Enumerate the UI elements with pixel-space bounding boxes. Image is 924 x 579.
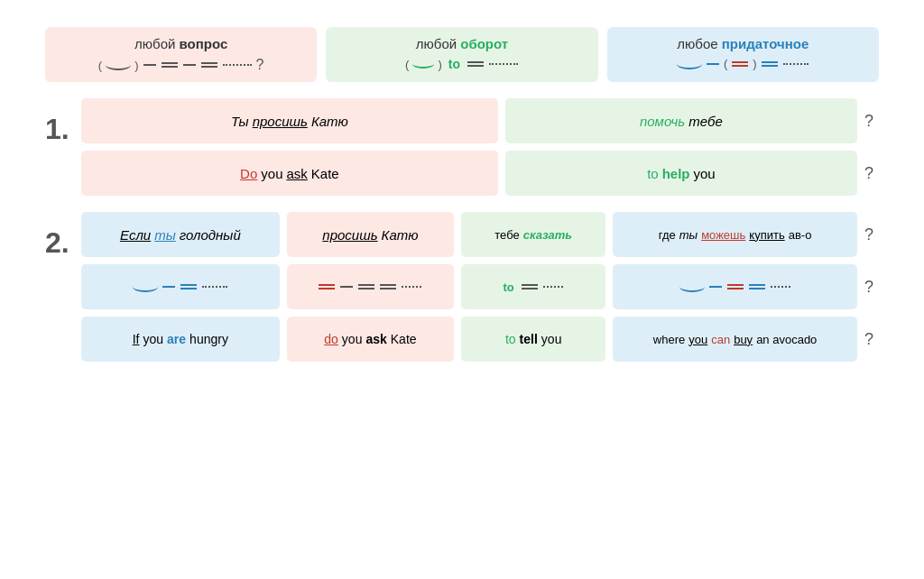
sec1-ru-tebe: тебе: [688, 114, 723, 129]
sec1-en-qm: ?: [864, 164, 879, 183]
section-2-en-row: If you are hungry do you: [81, 317, 879, 362]
sec2-ru-col3: тебе сказать: [461, 212, 605, 257]
diag-double-2: [319, 284, 335, 290]
sec1-en-you: you: [261, 166, 282, 181]
sec2-ru-tebe: тебе: [494, 228, 519, 242]
section-1: 1. Ты просишь Катю: [45, 98, 879, 196]
diag-double-2c: [380, 284, 396, 290]
header-title-2-normal: любой: [416, 36, 460, 51]
sec2-en-you2: you: [342, 332, 363, 346]
sec2-diag-col1: [81, 264, 280, 309]
diag-dot-1: [202, 286, 227, 288]
section-1-en-col2: to help you: [505, 151, 857, 196]
sec2-en-hungry: hungry: [189, 332, 228, 346]
arc-2: [412, 60, 434, 69]
diag-dot-4: [771, 286, 790, 288]
diag-dash-1: [162, 286, 175, 288]
sec2-ru-col1: Если ты голодный: [81, 212, 280, 257]
dotted-3: [783, 63, 808, 65]
arc-1: [106, 60, 131, 70]
arc-3: [677, 59, 702, 69]
sec2-en-you4: you: [688, 333, 707, 346]
to-text-2: to: [448, 57, 460, 71]
section-1-row: 1. Ты просишь Катю: [45, 98, 879, 196]
header-diagram-2: ( ) to: [405, 57, 519, 71]
sec2-en-you3: you: [541, 332, 562, 346]
section-1-ru-row: Ты просишь Катю помочь тебе: [81, 98, 879, 143]
sec2-en-buy: buy: [734, 333, 753, 346]
header-col-oborot: любой оборот ( ) to: [326, 27, 597, 82]
diag-double-3: [522, 284, 538, 290]
sec1-ru-katyu: Катю: [311, 114, 348, 129]
sec2-en-if: If: [133, 332, 140, 346]
section-2-en-cells: If you are hungry do you: [81, 317, 857, 362]
diag-double-4b: [749, 284, 765, 290]
section-2-number: 2.: [45, 219, 69, 260]
sec2-en-where: where: [653, 333, 685, 346]
diag-dot-3: [543, 286, 563, 288]
sec2-en-col2: do you ask Kate: [287, 317, 455, 362]
sec2-diag-col4: [613, 264, 857, 309]
double-dash-3: [732, 61, 748, 67]
sec2-en-kate: Kate: [391, 332, 417, 346]
header-diagram-3: ( ): [677, 57, 809, 70]
section-1-ru-col1: Ты просишь Катю: [81, 98, 498, 143]
header-title-2: любой оборот: [416, 36, 508, 51]
header-diagram-1: ( ) ?: [98, 57, 264, 73]
sec1-ru-ty: Ты: [231, 114, 249, 129]
section-2-content: Если ты голодный просишь Катю: [81, 212, 879, 362]
sec2-en-can: can: [711, 333, 730, 346]
sec2-en-col3: to tell you: [461, 317, 605, 362]
section-2-diag-cells: to: [81, 264, 857, 309]
section-2-diag-row: to ?: [81, 264, 879, 309]
diag-dot-2: [402, 286, 421, 288]
main-container: любой вопрос ( ) ? любой оборот (: [18, 18, 906, 371]
sec2-ru-col2: просишь Катю: [287, 212, 455, 257]
diag-arc-1: [133, 281, 158, 292]
dotted-2: [489, 63, 518, 65]
sec2-en-are: are: [167, 332, 186, 346]
diag-to: to: [504, 280, 514, 294]
diag-double-1: [180, 284, 197, 290]
sec2-ru-golodny: голодный: [180, 227, 241, 243]
sec2-ru-esli: Если: [120, 227, 151, 243]
paren-close-2: ): [438, 58, 441, 71]
sec1-en-help: help: [662, 166, 690, 181]
section-1-num-col: 1.: [45, 98, 81, 196]
diag-arc-4: [679, 281, 705, 292]
section-1-number: 1.: [45, 106, 69, 146]
section-2-ru-cells: Если ты голодный просишь Катю: [81, 212, 857, 257]
diag-dash-2: [340, 286, 353, 288]
sec2-en-an-avocado: an avocado: [756, 333, 817, 346]
sec2-en-col4: where you can buy an avocado: [613, 317, 857, 362]
sec2-ru-skazat: сказать: [523, 228, 572, 242]
paren-close-3: ): [753, 57, 756, 70]
section-1-ru-cells: Ты просишь Катю помочь тебе: [81, 98, 857, 143]
paren-arc-1: (: [98, 59, 102, 72]
dotted-1: [223, 64, 252, 66]
section-2-num-col: 2.: [45, 212, 81, 362]
sec2-en-to: to: [505, 332, 516, 346]
section-1-content: Ты просишь Катю помочь тебе: [81, 98, 879, 196]
sec2-diag-col3: to: [461, 264, 605, 309]
header-title-3-normal: любое: [677, 36, 721, 51]
section-1-en-col1: Do you ask Kate: [81, 151, 498, 196]
double-dash-1b: [201, 62, 217, 68]
section-2: 2. Если ты голодный: [45, 212, 879, 362]
sec1-en-do: Do: [240, 166, 257, 181]
dash-1b: [183, 64, 196, 66]
sec2-ru-kupit: купить: [749, 228, 784, 242]
sec2-en-ask: ask: [365, 332, 386, 346]
header-row: любой вопрос ( ) ? любой оборот (: [45, 27, 879, 82]
sec1-en-to: to: [647, 166, 659, 181]
sec2-ru-qm: ?: [864, 225, 879, 244]
double-dash-2: [467, 61, 484, 67]
header-title-3: любое придаточное: [677, 36, 808, 51]
sec2-en-you: you: [143, 332, 164, 346]
sec1-ru-qm: ?: [864, 112, 879, 131]
header-title-1-bold: вопрос: [180, 36, 228, 51]
section-2-row: 2. Если ты голодный: [45, 212, 879, 362]
section-1-en-cells: Do you ask Kate to help: [81, 151, 857, 196]
sec1-en-you2: you: [693, 166, 715, 181]
sec2-diag-qm: ?: [864, 278, 879, 297]
